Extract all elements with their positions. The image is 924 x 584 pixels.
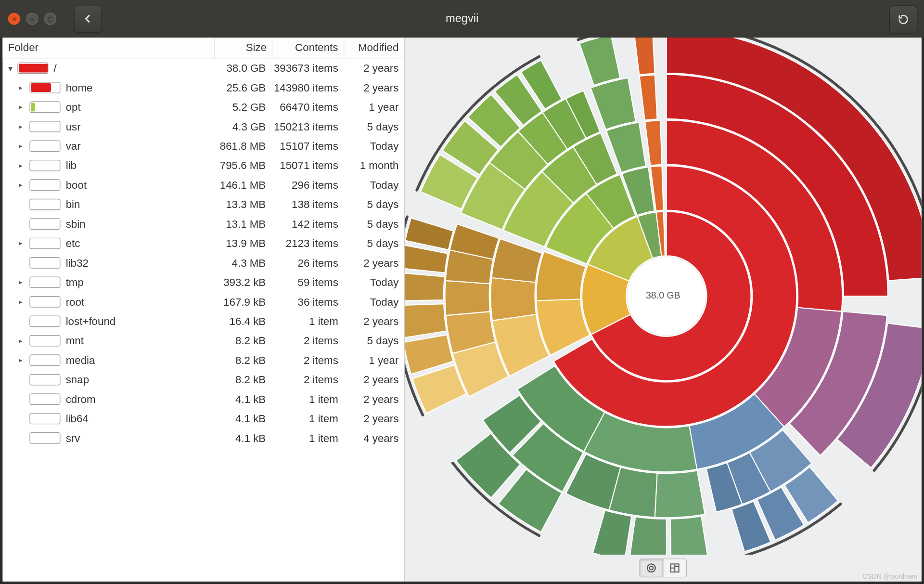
cell-contents: 138 items	[271, 198, 344, 210]
expander-icon[interactable]: ▸	[19, 161, 29, 170]
cell-size: 8.2 kB	[213, 335, 271, 347]
cell-modified: 2 years	[344, 62, 404, 74]
column-contents[interactable]: Contents	[273, 38, 344, 58]
tree-row[interactable]: ▸boot146.1 MB296 itemsToday	[3, 175, 404, 195]
cell-modified: 1 year	[344, 101, 404, 113]
column-folder[interactable]: Folder	[3, 38, 215, 58]
cell-contents: 1 item	[271, 432, 344, 444]
folder-name: var	[64, 140, 214, 152]
expander-icon[interactable]: ▸	[19, 337, 29, 345]
expander-icon[interactable]: ▼	[7, 64, 17, 72]
usage-bar	[29, 432, 60, 444]
cell-size: 861.8 MB	[213, 140, 271, 152]
cell-size: 4.1 kB	[213, 432, 271, 444]
folder-name: tmp	[64, 276, 214, 288]
expander-icon[interactable]: ▸	[19, 122, 29, 131]
cell-modified: 5 days	[344, 335, 404, 347]
tree-row[interactable]: ▸var861.8 MB15107 itemsToday	[3, 136, 404, 156]
folder-name: mnt	[64, 335, 214, 347]
cell-modified: 2 years	[344, 413, 404, 425]
usage-bar	[29, 257, 60, 269]
tree-row[interactable]: ▸etc13.9 MB2123 items5 days	[3, 234, 404, 253]
treemap-button[interactable]	[663, 559, 686, 577]
cell-contents: 150213 items	[271, 120, 344, 132]
expander-icon[interactable]: ▸	[19, 239, 29, 247]
expander-icon[interactable]: ▸	[19, 356, 29, 364]
folder-name: cdrom	[64, 393, 214, 405]
cell-contents: 2123 items	[271, 237, 344, 249]
cell-size: 393.2 kB	[213, 276, 271, 288]
column-modified[interactable]: Modified	[344, 38, 404, 58]
expander-icon[interactable]: ▸	[19, 298, 29, 306]
tree-row[interactable]: srv4.1 kB1 item4 years	[3, 428, 404, 448]
usage-bar	[29, 238, 60, 249]
cell-contents: 143980 items	[271, 81, 344, 93]
expander-icon[interactable]: ▸	[19, 278, 29, 286]
cell-size: 4.1 kB	[213, 393, 271, 405]
tree-row[interactable]: lib324.3 MB26 items2 years	[3, 253, 404, 273]
tree-row[interactable]: ▸home25.6 GB143980 items2 years	[3, 78, 404, 97]
refresh-button[interactable]	[889, 5, 918, 34]
cell-size: 4.3 GB	[213, 120, 271, 132]
cell-modified: 2 years	[344, 257, 404, 269]
cell-modified: Today	[344, 140, 404, 152]
chart-center-label: 38.0 GB	[646, 290, 680, 300]
tree-row[interactable]: sbin13.1 MB142 items5 days	[3, 214, 404, 234]
cell-modified: Today	[344, 296, 404, 308]
usage-bar	[29, 179, 60, 191]
chart-panel: 38.0 GB CSDN @worthsen	[405, 38, 922, 582]
tree-row[interactable]: cdrom4.1 kB1 item2 years	[3, 389, 404, 409]
tree-row[interactable]: bin13.3 MB138 items5 days	[3, 195, 404, 214]
cell-modified: 2 years	[344, 315, 404, 327]
usage-bar	[29, 335, 60, 347]
svg-point-2	[650, 566, 653, 570]
tree-row[interactable]: snap8.2 kB2 items2 years	[3, 370, 404, 389]
tree-row[interactable]: ▸root167.9 kB36 itemsToday	[3, 292, 404, 311]
cell-size: 8.2 kB	[213, 374, 271, 386]
cell-contents: 1 item	[271, 393, 344, 405]
usage-bar	[17, 63, 48, 74]
ring-chart-button[interactable]	[640, 559, 663, 577]
sunburst-chart[interactable]: 38.0 GB	[405, 38, 922, 555]
column-size[interactable]: Size	[215, 38, 273, 58]
tree-row[interactable]: ▸mnt8.2 kB2 items5 days	[3, 331, 404, 350]
cell-size: 795.6 MB	[213, 159, 271, 171]
usage-bar	[29, 218, 60, 230]
tree-row[interactable]: ▸usr4.3 GB150213 items5 days	[3, 117, 404, 136]
folder-name: etc	[64, 237, 214, 249]
cell-contents: 2 items	[271, 374, 344, 386]
cell-modified: 1 month	[344, 159, 404, 171]
usage-bar	[29, 121, 60, 132]
window-close-button[interactable]: ✕	[8, 13, 20, 25]
folder-name: srv	[64, 432, 214, 444]
tree-row[interactable]: ▸lib795.6 MB15071 items1 month	[3, 156, 404, 175]
expander-icon[interactable]: ▸	[19, 142, 29, 150]
tree-row[interactable]: lib644.1 kB1 item2 years	[3, 409, 404, 428]
cell-size: 38.0 GB	[213, 62, 271, 74]
window-minimize-button[interactable]: −	[26, 13, 38, 25]
cell-contents: 15107 items	[271, 140, 344, 152]
tree-row[interactable]: ▸tmp393.2 kB59 itemsToday	[3, 273, 404, 292]
usage-bar	[29, 315, 60, 327]
window-maximize-button[interactable]: □	[44, 13, 56, 25]
expander-icon[interactable]: ▸	[19, 181, 29, 189]
tree-row[interactable]: ▸media8.2 kB2 items1 year	[3, 350, 404, 370]
cell-size: 16.4 kB	[213, 315, 271, 327]
expander-icon[interactable]: ▸	[19, 83, 29, 92]
folder-tree-panel: Folder Size Contents Modified ▼/38.0 GB3…	[3, 38, 405, 582]
usage-bar	[29, 82, 60, 93]
cell-size: 13.1 MB	[213, 218, 271, 230]
chevron-left-icon	[82, 13, 94, 25]
usage-bar	[29, 277, 60, 288]
expander-icon[interactable]: ▸	[19, 103, 29, 111]
cell-modified: 5 days	[344, 218, 404, 230]
cell-size: 167.9 kB	[213, 296, 271, 308]
folder-name: usr	[64, 120, 214, 132]
cell-size: 13.9 MB	[213, 237, 271, 249]
tree-row[interactable]: lost+found16.4 kB1 item2 years	[3, 311, 404, 331]
cell-size: 25.6 GB	[213, 81, 271, 93]
tree-row[interactable]: ▸opt5.2 GB66470 items1 year	[3, 97, 404, 117]
tree-row[interactable]: ▼/38.0 GB393673 items2 years	[3, 58, 404, 78]
back-button[interactable]	[74, 5, 102, 33]
cell-contents: 2 items	[271, 354, 344, 366]
